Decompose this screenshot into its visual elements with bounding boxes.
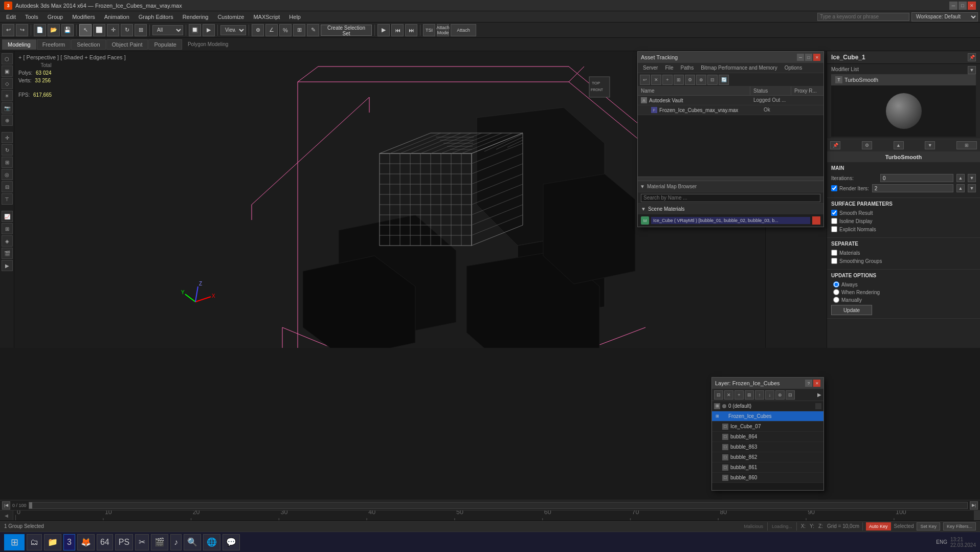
layer-item-icecube07[interactable]: □ Ice_Cube_07: [712, 422, 823, 432]
asset-menu-paths[interactable]: Paths: [678, 64, 697, 72]
select-move[interactable]: ✛: [2, 132, 13, 143]
scale-button[interactable]: ⊞: [135, 24, 147, 36]
update-button[interactable]: Update: [831, 305, 872, 315]
select-object-button[interactable]: ↖: [79, 24, 92, 36]
undo-button[interactable]: ↩: [2, 24, 14, 36]
layers-tb-3[interactable]: +: [734, 390, 744, 400]
layers-minimize[interactable]: ?: [805, 380, 812, 387]
menu-animation[interactable]: Animation: [100, 13, 133, 21]
modifier-show-btn[interactable]: ⊞: [956, 141, 977, 149]
taskbar-app-3[interactable]: 3: [63, 534, 75, 550]
isoline-display-checkbox[interactable]: [831, 218, 837, 224]
taskbar-app-9[interactable]: ♪: [170, 534, 182, 550]
prev-frame-button[interactable]: ⏮: [391, 24, 404, 36]
asset-tb-merge[interactable]: ⊞: [674, 75, 684, 85]
asset-tracking-titlebar[interactable]: Asset Tracking ─ □ ✕: [638, 52, 823, 63]
layers-tb-2[interactable]: ✕: [724, 390, 733, 400]
filter-dropdown[interactable]: All: [152, 25, 183, 35]
scale[interactable]: ⊞: [2, 157, 13, 168]
menu-edit[interactable]: Edit: [2, 13, 20, 21]
taskbar-app-12[interactable]: 💬: [222, 534, 240, 550]
layers-tb-6[interactable]: ↓: [765, 390, 774, 400]
schematic-view[interactable]: ⊞: [2, 223, 13, 234]
rotate[interactable]: ↻: [2, 144, 13, 156]
percent-snap[interactable]: %: [279, 24, 292, 36]
asset-menu-file[interactable]: File: [662, 64, 676, 72]
render-scene[interactable]: 🎬: [2, 248, 13, 259]
mirror[interactable]: ⊟: [2, 181, 13, 192]
turbsmooth-modifier[interactable]: T TurboSmooth: [831, 74, 976, 85]
taskbar-app-7[interactable]: ✂: [135, 534, 149, 550]
cameras-button[interactable]: 📷: [2, 102, 13, 114]
timeline-next-btn[interactable]: ▶|: [970, 501, 978, 510]
render-iters-checkbox[interactable]: [831, 185, 837, 191]
next-frame-button[interactable]: ⏭: [405, 24, 417, 36]
workspace-dropdown[interactable]: Workspace: Default: [911, 12, 978, 21]
asset-row-vault[interactable]: A Autodesk Vault Logged Out ...: [638, 96, 823, 105]
menu-rendering[interactable]: Rendering: [179, 13, 213, 21]
angle-snap[interactable]: ∠: [265, 24, 278, 36]
taskbar-app-4[interactable]: 🦊: [77, 534, 95, 550]
separate-materials-checkbox[interactable]: [831, 250, 837, 256]
asset-tracking-maximize[interactable]: □: [805, 54, 812, 61]
quick-render[interactable]: ▶: [2, 260, 13, 271]
smoothing-groups-checkbox[interactable]: [831, 258, 837, 264]
new-scene-button[interactable]: 📄: [34, 24, 46, 36]
asset-tracking-minimize[interactable]: ─: [797, 54, 804, 61]
attach-button[interactable]: Attach: [451, 24, 476, 36]
shapes-button[interactable]: ◇: [2, 78, 13, 89]
maximize-button[interactable]: □: [959, 2, 967, 10]
snap-toggle[interactable]: ⊕: [252, 24, 264, 36]
layers-tb-4[interactable]: ⊞: [745, 390, 754, 400]
ruler-scrollbar[interactable]: [974, 511, 980, 520]
asset-scrollbar-bottom[interactable]: [638, 176, 823, 181]
pin-button[interactable]: 📌: [968, 53, 976, 61]
align[interactable]: ⊤: [2, 193, 13, 205]
material-row[interactable]: M Ice_Cube ( VRayMtl ) [bubble_01, bubbl…: [638, 214, 823, 227]
timeline-track[interactable]: [29, 502, 968, 509]
render-iters-input[interactable]: [872, 184, 953, 192]
asset-tb-refresh[interactable]: 🔄: [719, 75, 729, 85]
ts-inspector-button[interactable]: TSI: [423, 24, 435, 36]
always-radio[interactable]: [833, 281, 839, 288]
layers-titlebar[interactable]: Layer: Frozen_Ice_Cubes ? ✕: [712, 378, 823, 389]
menu-modifiers[interactable]: Modifiers: [68, 13, 99, 21]
close-button[interactable]: ✕: [968, 2, 976, 10]
search-by-name-input[interactable]: [641, 194, 820, 202]
edit-named-sel[interactable]: ✎: [307, 24, 319, 36]
create-button[interactable]: ⬡: [2, 53, 13, 64]
modifier-up-btn[interactable]: ▲: [894, 141, 904, 149]
layers-tb-8[interactable]: ⊟: [786, 390, 795, 400]
view-dropdown[interactable]: View: [220, 25, 246, 35]
asset-row-file[interactable]: F Frozen_Ice_Cubes_max_vray.max Ok: [638, 105, 823, 115]
layer-item-bubble863[interactable]: □ bubble_863: [712, 442, 823, 452]
menu-graph-editors[interactable]: Graph Editors: [135, 13, 177, 21]
menu-group[interactable]: Group: [43, 13, 68, 21]
asset-tb-collapse[interactable]: ⊟: [707, 75, 718, 85]
taskbar-app-5[interactable]: 64: [97, 534, 113, 550]
track-view[interactable]: 📈: [2, 211, 13, 222]
taskbar-app-11[interactable]: 🌐: [203, 534, 220, 550]
layer-item-bubble860[interactable]: □ bubble_860: [712, 473, 823, 483]
layers-close[interactable]: ✕: [813, 380, 820, 387]
asset-tb-reload[interactable]: ↩: [640, 75, 650, 85]
layer-item-default[interactable]: ⊞ 0 (default): [712, 401, 823, 411]
attach-mode-button[interactable]: Attach Mode: [437, 24, 449, 36]
asset-menu-bitmap[interactable]: Bitmap Performance and Memory: [698, 64, 781, 72]
spinner-snap[interactable]: ⊞: [293, 24, 305, 36]
asset-tb-delete[interactable]: ✕: [651, 75, 661, 85]
asset-menu-server[interactable]: Server: [640, 64, 661, 72]
iterations-input[interactable]: [880, 174, 953, 182]
select-region-button[interactable]: ⬜: [93, 24, 105, 36]
menu-customize[interactable]: Customize: [213, 13, 248, 21]
taskbar-app-2[interactable]: 📁: [44, 534, 61, 550]
tab-freeform[interactable]: Freeform: [37, 39, 71, 50]
tab-populate[interactable]: Populate: [148, 39, 182, 50]
menu-maxscript[interactable]: MAXScript: [249, 13, 284, 21]
taskbar-app-6[interactable]: PS: [115, 534, 133, 550]
asset-menu-options[interactable]: Options: [782, 64, 805, 72]
material-editor[interactable]: ◈: [2, 235, 13, 247]
helpers-button[interactable]: ⊕: [2, 115, 13, 126]
manually-radio[interactable]: [833, 297, 839, 303]
search-input[interactable]: [817, 13, 909, 21]
